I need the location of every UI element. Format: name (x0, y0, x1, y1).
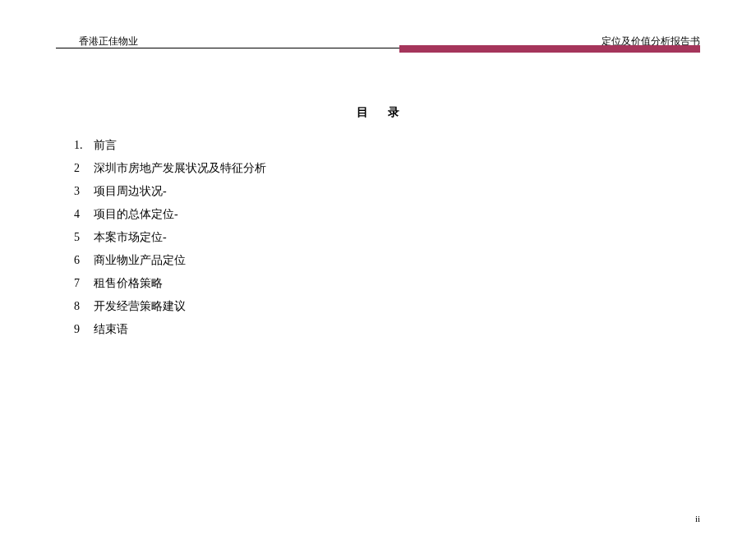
toc-item: 1.前言 (74, 134, 266, 157)
toc-text: 前言 (94, 139, 117, 151)
toc-text: 商业物业产品定位 (94, 254, 186, 266)
toc-num: 5 (74, 226, 94, 249)
toc-text: 结束语 (94, 323, 128, 335)
toc-title: 目录 (0, 105, 756, 120)
toc-item: 3项目周边状况- (74, 180, 266, 203)
toc-item: 9结束语 (74, 318, 266, 341)
page-number: ii (695, 514, 700, 523)
toc-item: 4项目的总体定位- (74, 203, 266, 226)
toc-text: 本案市场定位- (94, 231, 167, 243)
toc-num: 6 (74, 249, 94, 272)
toc-num: 3 (74, 180, 94, 203)
toc-text: 租售价格策略 (94, 277, 163, 289)
table-of-contents: 1.前言 2深圳市房地产发展状况及特征分析 3项目周边状况- 4项目的总体定位-… (74, 134, 266, 341)
toc-text: 深圳市房地产发展状况及特征分析 (94, 162, 266, 174)
header-left-text: 香港正佳物业 (79, 35, 138, 48)
toc-num: 1. (74, 134, 94, 157)
toc-item: 8开发经营策略建议 (74, 295, 266, 318)
toc-num: 8 (74, 295, 94, 318)
header-color-bar (399, 45, 700, 53)
toc-num: 7 (74, 272, 94, 295)
toc-item: 7租售价格策略 (74, 272, 266, 295)
toc-item: 5本案市场定位- (74, 226, 266, 249)
toc-item: 2深圳市房地产发展状况及特征分析 (74, 157, 266, 180)
toc-num: 9 (74, 318, 94, 341)
toc-text: 开发经营策略建议 (94, 300, 186, 312)
toc-text: 项目周边状况- (94, 185, 167, 197)
header-underline (56, 48, 399, 48)
toc-text: 项目的总体定位- (94, 208, 178, 220)
title-char-1: 目 (357, 105, 368, 120)
toc-item: 6商业物业产品定位 (74, 249, 266, 272)
toc-num: 4 (74, 203, 94, 226)
page-header: 香港正佳物业 定位及价值分析报告书 (0, 0, 756, 35)
title-char-2: 录 (388, 106, 399, 118)
toc-num: 2 (74, 157, 94, 180)
